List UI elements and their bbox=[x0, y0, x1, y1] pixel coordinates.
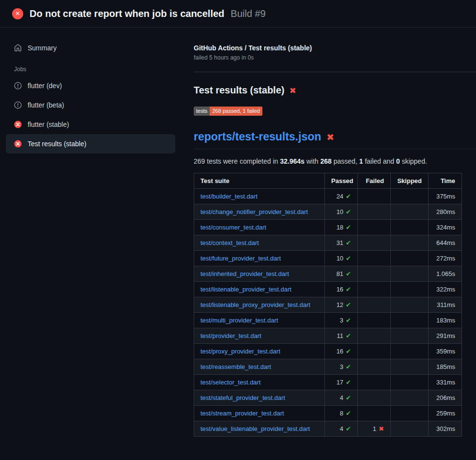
x-icon: ✖ bbox=[379, 425, 384, 432]
col-header-failed: Failed bbox=[358, 173, 391, 189]
failed-status-icon: ✕ bbox=[12, 8, 23, 19]
col-header-skipped: Skipped bbox=[391, 173, 429, 189]
test-suite-link[interactable]: test/future_provider_test.dart bbox=[200, 255, 281, 262]
table-row: test/stream_provider_test.dart8✔259ms bbox=[194, 406, 462, 421]
table-row: test/value_listenable_provider_test.dart… bbox=[194, 421, 462, 437]
test-suite-link[interactable]: test/provider_test.dart bbox=[200, 332, 261, 339]
time-cell: 185ms bbox=[429, 359, 462, 375]
time-cell: 280ms bbox=[429, 204, 462, 220]
col-header-passed: Passed bbox=[325, 173, 358, 189]
skipped-cell bbox=[391, 406, 429, 421]
failed-cell bbox=[358, 328, 391, 344]
test-suite-cell: test/consumer_test.dart bbox=[194, 220, 325, 235]
sidebar-item-label: flutter (dev) bbox=[28, 82, 62, 90]
passed-count: 8 bbox=[340, 410, 343, 417]
check-icon: ✔ bbox=[346, 332, 351, 339]
skipped-cell bbox=[391, 375, 429, 390]
skipped-cell bbox=[391, 220, 429, 235]
summary-text: failed and bbox=[363, 157, 397, 165]
check-icon: ✔ bbox=[346, 301, 351, 308]
summary-text: passed, bbox=[332, 157, 359, 165]
sidebar-item-flutter-beta[interactable]: flutter (beta) bbox=[6, 95, 175, 115]
test-suite-link[interactable]: test/stream_provider_test.dart bbox=[200, 410, 284, 417]
passed-cell: 31✔ bbox=[325, 235, 358, 251]
sidebar-item-summary[interactable]: Summary bbox=[6, 38, 175, 58]
table-row: test/proxy_provider_test.dart16✔359ms bbox=[194, 344, 462, 359]
table-row: test/inherited_provider_test.dart81✔1.06… bbox=[194, 266, 462, 282]
test-suite-cell: test/stateful_provider_test.dart bbox=[194, 390, 325, 406]
check-icon: ✔ bbox=[346, 224, 351, 231]
failed-cell bbox=[358, 204, 391, 220]
test-suite-link[interactable]: test/consumer_test.dart bbox=[200, 224, 266, 231]
time-cell: 359ms bbox=[429, 344, 462, 359]
test-suite-link[interactable]: test/listenable_proxy_provider_test.dart bbox=[200, 301, 310, 308]
passed-cell: 10✔ bbox=[325, 204, 358, 220]
passed-cell: 17✔ bbox=[325, 375, 358, 390]
summary-strong: 32.964s bbox=[280, 157, 305, 165]
check-icon: ✔ bbox=[346, 239, 351, 246]
sidebar-item-flutter-stable[interactable]: flutter (stable) bbox=[6, 115, 175, 134]
sidebar-item-test-results-stable[interactable]: Test results (stable) bbox=[6, 134, 175, 153]
sidebar-item-flutter-dev[interactable]: flutter (dev) bbox=[6, 76, 175, 95]
failed-cell bbox=[358, 375, 391, 390]
results-table-body: test/builder_test.dart24✔375mstest/chang… bbox=[194, 189, 462, 437]
test-suite-link[interactable]: test/context_test.dart bbox=[200, 239, 259, 246]
test-suite-link[interactable]: test/value_listenable_provider_test.dart bbox=[200, 425, 310, 432]
sidebar-item-label: flutter (stable) bbox=[28, 121, 69, 128]
summary-text: skipped. bbox=[400, 157, 427, 165]
time-cell: 183ms bbox=[429, 313, 462, 328]
test-suite-link[interactable]: test/selector_test.dart bbox=[200, 379, 261, 386]
time-cell: 259ms bbox=[429, 406, 462, 421]
time-cell: 272ms bbox=[429, 251, 462, 266]
tests-badge: tests 268 passed, 1 failed bbox=[194, 107, 262, 116]
failed-cell bbox=[358, 235, 391, 251]
failed-cell: 1✖ bbox=[358, 421, 391, 437]
passed-cell: 4✔ bbox=[325, 390, 358, 406]
test-suite-link[interactable]: test/inherited_provider_test.dart bbox=[200, 270, 289, 277]
skipped-cell bbox=[391, 344, 429, 359]
cancelled-icon bbox=[14, 82, 22, 90]
test-suite-link[interactable]: test/builder_test.dart bbox=[200, 193, 258, 200]
skipped-cell bbox=[391, 328, 429, 344]
passed-cell: 3✔ bbox=[325, 313, 358, 328]
test-suite-link[interactable]: test/change_notifier_provider_test.dart bbox=[200, 208, 308, 215]
section-title: Test results (stable) bbox=[194, 85, 284, 96]
page-layout: Summary Jobs flutter (dev) flutter (beta… bbox=[0, 28, 476, 437]
test-suite-cell: test/listenable_provider_test.dart bbox=[194, 282, 325, 297]
report-link[interactable]: reports/test-results.json bbox=[194, 130, 321, 143]
failed-cell bbox=[358, 390, 391, 406]
passed-count: 3 bbox=[340, 363, 343, 370]
badge-value: 268 passed, 1 failed bbox=[210, 107, 262, 116]
summary-strong: 1 bbox=[359, 157, 363, 165]
test-suite-cell: test/future_provider_test.dart bbox=[194, 251, 325, 266]
test-suite-link[interactable]: test/multi_provider_test.dart bbox=[200, 317, 278, 324]
failed-cell bbox=[358, 251, 391, 266]
x-icon: ✖ bbox=[289, 86, 296, 95]
passed-cell: 8✔ bbox=[325, 406, 358, 421]
test-suite-link[interactable]: test/proxy_provider_test.dart bbox=[200, 348, 280, 355]
check-icon: ✔ bbox=[346, 317, 351, 324]
check-icon: ✔ bbox=[346, 208, 351, 215]
status-line: failed 5 hours ago in 0s bbox=[194, 54, 476, 61]
test-suite-cell: test/builder_test.dart bbox=[194, 189, 325, 204]
failed-cell bbox=[358, 189, 391, 204]
results-table: Test suite Passed Failed Skipped Time te… bbox=[194, 173, 462, 437]
test-suite-link[interactable]: test/reassemble_test.dart bbox=[200, 363, 271, 370]
passed-count: 3 bbox=[340, 317, 343, 324]
passed-count: 16 bbox=[337, 286, 343, 293]
passed-count: 17 bbox=[337, 379, 343, 386]
time-cell: 291ms bbox=[429, 328, 462, 344]
check-icon: ✔ bbox=[346, 394, 351, 401]
skipped-cell bbox=[391, 390, 429, 406]
passed-count: 12 bbox=[337, 301, 343, 308]
sidebar: Summary Jobs flutter (dev) flutter (beta… bbox=[0, 28, 182, 153]
test-suite-cell: test/provider_test.dart bbox=[194, 328, 325, 344]
test-suite-link[interactable]: test/listenable_provider_test.dart bbox=[200, 286, 292, 293]
jobs-section-label: Jobs bbox=[6, 58, 175, 76]
test-suite-cell: test/context_test.dart bbox=[194, 235, 325, 251]
table-row: test/change_notifier_provider_test.dart1… bbox=[194, 204, 462, 220]
test-suite-link[interactable]: test/stateful_provider_test.dart bbox=[200, 394, 285, 401]
failed-cell bbox=[358, 359, 391, 375]
summary-strong: 0 bbox=[396, 157, 400, 165]
time-cell: 322ms bbox=[429, 282, 462, 297]
